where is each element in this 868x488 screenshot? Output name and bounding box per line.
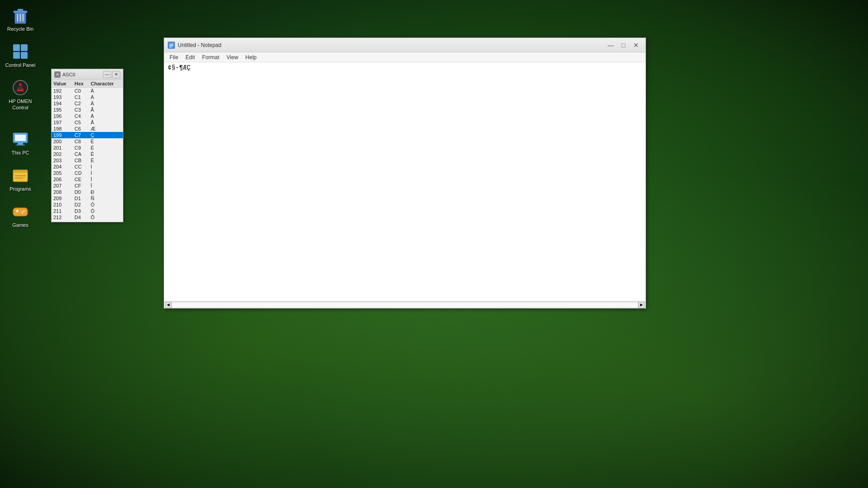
ascii-value-cell: 210 [52, 202, 73, 208]
ascii-table-row[interactable]: 208D0Ð [52, 189, 123, 195]
ascii-char-cell: Ð [89, 189, 123, 195]
ascii-table-row[interactable]: 204CCÌ [52, 164, 123, 170]
svg-rect-9 [21, 52, 28, 59]
notepad-titlebar-left: Untitled - Notepad [168, 42, 222, 49]
ascii-hex-cell: D2 [73, 202, 89, 208]
ascii-value-cell: 211 [52, 208, 73, 214]
notepad-menu-bar: File Edit Format View Help [164, 52, 646, 62]
ascii-hex-cell: C1 [73, 94, 89, 100]
svg-rect-20 [15, 178, 23, 178]
ascii-value-cell: 194 [52, 100, 73, 107]
programs-label: Programs [9, 186, 31, 192]
ascii-value-cell: 208 [52, 189, 73, 195]
notepad-minimize-button[interactable]: — [605, 40, 617, 50]
ascii-char-cell: É [89, 145, 123, 151]
notepad-window-controls: — □ ✕ [605, 40, 642, 50]
ascii-minimize-button[interactable]: — [103, 71, 111, 78]
menu-help[interactable]: Help [242, 53, 260, 61]
ascii-table-row[interactable]: 195C3Ã [52, 107, 123, 113]
scroll-left-button[interactable]: ◀ [165, 302, 171, 308]
ascii-char-cell: Å [89, 119, 123, 126]
svg-rect-8 [13, 52, 20, 59]
notepad-text-area[interactable] [164, 62, 646, 301]
ascii-table-row[interactable]: 192C0À [52, 88, 123, 94]
ascii-table-container: Value Hex Character 192C0À193C1Á194C2Â19… [52, 80, 123, 222]
ascii-value-cell: 209 [52, 195, 73, 202]
ascii-table-row[interactable]: 201C9É [52, 145, 123, 151]
recycle-bin-label: Recycle Bin [7, 26, 33, 32]
ascii-table-row[interactable]: 207CFÏ [52, 183, 123, 189]
hp-omen-icon[interactable]: HP OMENControl [2, 77, 38, 112]
ascii-value-cell: 197 [52, 119, 73, 126]
ascii-table-row[interactable]: 194C2Â [52, 100, 123, 107]
svg-rect-18 [13, 170, 28, 173]
notepad-close-button[interactable]: ✕ [630, 40, 642, 50]
ascii-hex-cell: C7 [73, 132, 89, 138]
ascii-table-row[interactable]: 209D1Ñ [52, 195, 123, 202]
this-pc-icon[interactable]: This PC [2, 128, 38, 158]
svg-rect-15 [18, 143, 23, 145]
ascii-hex-cell: D0 [73, 189, 89, 195]
ascii-value-cell: 201 [52, 145, 73, 151]
control-panel-icon[interactable]: Control Panel [2, 41, 38, 70]
menu-format[interactable]: Format [198, 53, 223, 61]
svg-rect-21 [13, 208, 28, 216]
ascii-table-row[interactable]: 212D4Ô [52, 214, 123, 221]
ascii-hex-cell: CD [73, 170, 89, 176]
svg-point-25 [22, 212, 23, 213]
control-panel-label: Control Panel [5, 62, 36, 68]
this-pc-label: This PC [11, 150, 29, 156]
scroll-track[interactable] [171, 302, 638, 308]
ascii-table-row[interactable]: 210D2Ò [52, 202, 123, 208]
recycle-bin-icon[interactable]: Recycle Bin [2, 5, 38, 34]
notepad-horizontal-scrollbar[interactable]: ◀ ▶ [164, 301, 646, 308]
svg-rect-14 [15, 135, 26, 141]
ascii-table-row[interactable]: 199C7Ç [52, 132, 123, 138]
menu-file[interactable]: File [166, 53, 182, 61]
hp-omen-label: HP OMENControl [9, 99, 32, 110]
menu-view[interactable]: View [223, 53, 242, 61]
svg-rect-27 [170, 44, 173, 45]
ascii-char-cell: Ò [89, 202, 123, 208]
notepad-maximize-button[interactable]: □ [618, 40, 629, 50]
programs-icon[interactable]: Programs [2, 164, 38, 194]
ascii-table-row[interactable]: 206CEÎ [52, 176, 123, 183]
ascii-char-cell: Ñ [89, 195, 123, 202]
ascii-table-row[interactable]: 198C6Æ [52, 126, 123, 132]
ascii-value-cell: 204 [52, 164, 73, 170]
ascii-hex-cell: CB [73, 157, 89, 164]
menu-edit[interactable]: Edit [182, 53, 198, 61]
ascii-title: ASCII [62, 72, 75, 77]
ascii-table-row[interactable]: 211D3Ó [52, 208, 123, 214]
svg-rect-19 [15, 175, 26, 176]
ascii-table-row[interactable]: 193C1Á [52, 94, 123, 100]
ascii-table-row[interactable]: 205CDÍ [52, 170, 123, 176]
ascii-table-row[interactable]: 200C8È [52, 138, 123, 145]
ascii-scroll-area[interactable]: Value Hex Character 192C0À193C1Á194C2Â19… [52, 80, 123, 222]
games-icon[interactable]: Games [2, 201, 38, 230]
notepad-titlebar[interactable]: Untitled - Notepad — □ ✕ [164, 38, 646, 52]
notepad-title: Untitled - Notepad [178, 42, 222, 48]
ascii-window: A ASCII — ✕ Value Hex Character [51, 69, 123, 222]
ascii-char-cell: Í [89, 170, 123, 176]
ascii-value-cell: 206 [52, 176, 73, 183]
ascii-hex-cell: C8 [73, 138, 89, 145]
hp-omen-image [11, 79, 29, 97]
ascii-char-cell: Ï [89, 183, 123, 189]
ascii-table-row[interactable]: 197C5Å [52, 119, 123, 126]
notepad-window: Untitled - Notepad — □ ✕ File Edit Forma… [164, 38, 646, 309]
scroll-right-button[interactable]: ▶ [638, 302, 645, 308]
ascii-table-row[interactable]: 203CBË [52, 157, 123, 164]
ascii-hex-cell: C3 [73, 107, 89, 113]
svg-rect-23 [17, 210, 18, 212]
ascii-char-cell: Ç [89, 132, 123, 138]
ascii-titlebar[interactable]: A ASCII — ✕ [52, 69, 123, 80]
ascii-close-button[interactable]: ✕ [112, 71, 120, 78]
ascii-titlebar-left: A ASCII [54, 71, 75, 78]
recycle-bin-image [11, 6, 29, 24]
ascii-table-row[interactable]: 202CAÊ [52, 151, 123, 157]
ascii-table-row[interactable]: 196C4Ä [52, 113, 123, 119]
ascii-char-cell: À [89, 88, 123, 94]
games-image [11, 202, 29, 221]
ascii-hex-cell: D1 [73, 195, 89, 202]
